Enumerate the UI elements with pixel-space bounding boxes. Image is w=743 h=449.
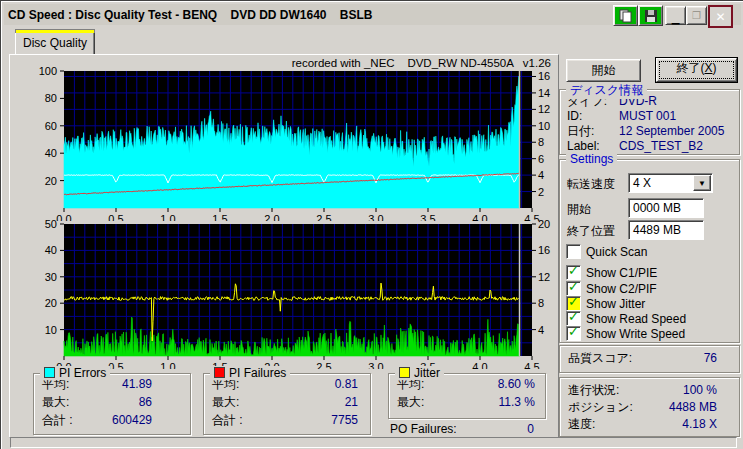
svg-text:40: 40 (45, 244, 57, 256)
checkbox-quick-scan[interactable]: Quick Scan (566, 244, 647, 259)
checkbox-show-write-speed[interactable]: Show Write Speed (566, 326, 685, 341)
pi-failures-total: 7755 (331, 412, 358, 428)
position-value: 4488 MB (669, 399, 717, 416)
jitter-title: Jitter (414, 366, 440, 380)
end-pos-input[interactable]: 4489 MB (628, 220, 704, 240)
chevron-down-icon[interactable]: ▼ (693, 175, 711, 191)
checkbox-icon[interactable] (566, 326, 581, 341)
checkbox-icon[interactable] (566, 244, 581, 259)
svg-text:20: 20 (538, 218, 550, 230)
floppy-glyph-icon (644, 9, 658, 23)
pi-errors-swatch-icon (44, 367, 55, 378)
svg-text:20: 20 (45, 175, 57, 187)
pi-failures-swatch-icon (214, 367, 225, 378)
max-label: 最大: (42, 394, 69, 410)
pi-failures-max: 21 (345, 394, 358, 410)
speed-combobox[interactable]: 4 X ▼ (628, 173, 713, 193)
pi-errors-chart: 204060801002468101214160.00.51.01.52.02.… (31, 63, 555, 221)
svg-text:3.0: 3.0 (368, 361, 383, 369)
quality-score-label: 品質スコア: (568, 350, 632, 367)
pi-failures-legend: PI Failures (210, 366, 290, 380)
svg-text:10: 10 (538, 120, 550, 132)
progress-value: 100 % (683, 382, 717, 399)
exit-button[interactable]: 終了(X) (655, 57, 738, 83)
svg-text:8: 8 (538, 297, 544, 309)
po-failures-row: PO Failures: 0 (390, 422, 534, 436)
settings-box: Settings 転送速度 4 X ▼ 開始 0000 MB 終了位置 4489… (559, 159, 740, 343)
maximize-button[interactable]: ❐ (686, 6, 707, 25)
pi-failures-jitter-chart: 1020304050481216200.00.51.01.52.02.53.03… (31, 217, 555, 369)
pi-errors-title: PI Errors (59, 366, 106, 380)
tab-label: Disc Quality (23, 36, 87, 50)
svg-text:14: 14 (538, 87, 550, 99)
svg-text:4.0: 4.0 (472, 361, 487, 369)
save-icon[interactable] (638, 5, 663, 26)
minimize-icon: ▁ (672, 14, 680, 24)
status-bar (10, 437, 737, 448)
checkbox-label: Show C1/PIE (586, 266, 657, 280)
svg-text:60: 60 (45, 120, 57, 132)
end-pos-label: 終了位置 (567, 223, 615, 240)
checkbox-icon[interactable] (566, 265, 581, 280)
svg-text:50: 50 (45, 218, 57, 230)
svg-text:10: 10 (45, 324, 57, 336)
total-label: 合計 : (212, 412, 243, 428)
jitter-swatch-icon (399, 367, 410, 378)
settings-title: Settings (566, 152, 617, 166)
checkbox-label: Show C2/PIF (586, 282, 657, 296)
svg-text:40: 40 (45, 147, 57, 159)
po-failures-value: 0 (527, 422, 534, 436)
close-button[interactable]: ✕ (708, 5, 733, 28)
maximize-icon: ❐ (692, 11, 701, 21)
checkbox-show-c2-pif[interactable]: Show C2/PIF (566, 281, 657, 296)
svg-text:4: 4 (538, 324, 544, 336)
start-button[interactable]: 開始 (566, 59, 641, 82)
po-failures-label: PO Failures: (390, 422, 457, 436)
svg-text:4: 4 (538, 169, 544, 181)
disc-date-label: 日付: (567, 124, 619, 139)
svg-text:8: 8 (538, 136, 544, 148)
pi-errors-stats-box: PI Errors 平均:41.89 最大:86 合計 :600429 (33, 373, 191, 435)
window-title: CD Speed : Disc Quality Test - BENQ DVD … (4, 8, 373, 22)
pi-failures-stats-box: PI Failures 平均:0.81 最大:21 合計 :7755 (203, 373, 371, 435)
speed-label: 転送速度 (567, 176, 615, 193)
disc-id-value: MUST 001 (619, 109, 676, 124)
copy-icon[interactable] (613, 5, 638, 26)
disc-id-label: ID: (567, 109, 619, 124)
tab-disc-quality[interactable]: Disc Quality (15, 32, 95, 54)
disc-info-title: ディスク情報 (566, 82, 647, 99)
svg-text:12: 12 (538, 271, 550, 283)
pi-errors-avg: 41.89 (122, 376, 152, 392)
svg-text:100: 100 (39, 65, 57, 77)
pi-errors-max: 86 (139, 394, 152, 410)
start-pos-input[interactable]: 0000 MB (628, 198, 704, 218)
quality-score-value: 76 (704, 350, 717, 367)
position-label: ポジション: (568, 399, 633, 416)
checkbox-show-read-speed[interactable]: Show Read Speed (566, 311, 686, 326)
svg-text:16: 16 (538, 70, 550, 82)
minimize-button[interactable]: ▁ (665, 6, 686, 25)
svg-text:30: 30 (45, 271, 57, 283)
svg-text:2.5: 2.5 (316, 361, 331, 369)
app-window: CD Speed : Disc Quality Test - BENQ DVD … (0, 0, 743, 449)
disc-info-box: ディスク情報 タイプ:DVD-R ID:MUST 001 日付:12 Septe… (559, 89, 740, 155)
quality-score-box: 品質スコア: 76 (559, 345, 740, 373)
svg-text:80: 80 (45, 92, 57, 104)
checkbox-label: Show Write Speed (586, 327, 685, 341)
jitter-avg: 8.60 % (498, 376, 535, 392)
checkbox-label: Quick Scan (586, 245, 647, 259)
progress-box: 進行状況: 100 % ポジション: 4488 MB 速度: 4.18 X (559, 377, 740, 437)
end-pos-value: 4489 MB (633, 223, 681, 237)
copy-glyph-icon (619, 9, 633, 23)
start-button-label: 開始 (592, 63, 616, 77)
speed-readout-value: 4.18 X (682, 416, 717, 433)
tab-accent (15, 29, 95, 33)
svg-text:0.5: 0.5 (108, 361, 123, 369)
checkbox-show-c1-pie[interactable]: Show C1/PIE (566, 265, 657, 280)
svg-text:4.5: 4.5 (524, 361, 539, 369)
speed-value: 4 X (633, 176, 651, 190)
close-icon: ✕ (715, 12, 725, 22)
svg-text:16: 16 (538, 244, 550, 256)
pi-errors-legend: PI Errors (40, 366, 110, 380)
pi-failures-title: PI Failures (229, 366, 286, 380)
